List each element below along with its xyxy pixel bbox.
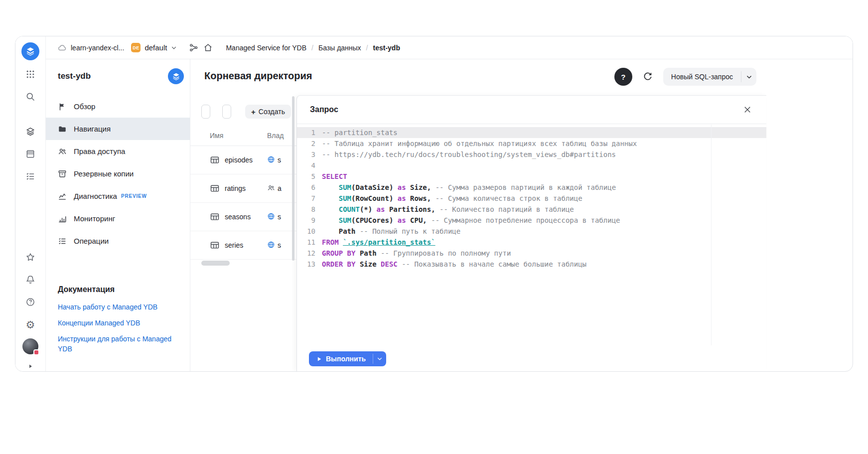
sidebar-item-права доступа[interactable]: Права доступа <box>46 140 190 162</box>
run-button-label: Выполнить <box>326 355 366 363</box>
favorites-button[interactable] <box>15 252 45 263</box>
storage-box-icon <box>25 149 35 159</box>
code-line[interactable]: 4 <box>297 160 766 171</box>
services-graph-button[interactable] <box>189 43 198 52</box>
code-line[interactable]: 5SELECT <box>297 171 766 182</box>
avatar-status-badge <box>33 349 39 355</box>
run-query-button[interactable]: Выполнить <box>309 351 386 366</box>
plus-icon: + <box>251 108 256 116</box>
code-line[interactable]: 11FROM `.sys/partition_stats` <box>297 237 766 248</box>
code-line[interactable]: 13ORDER BY Size DESC -- Показывать в нач… <box>297 259 766 270</box>
table-icon <box>210 183 220 193</box>
page-title: Корневая директория <box>204 70 312 82</box>
web-icon <box>267 241 275 250</box>
folder-badge: DE <box>131 43 141 52</box>
db-sidebar: test-ydb ОбзорНавигацияПрава доступаРезе… <box>46 59 190 371</box>
line-number: 8 <box>297 204 322 215</box>
help-circle-icon <box>25 297 35 307</box>
line-number: 9 <box>297 215 322 226</box>
code-line[interactable]: 2-- Таблица хранит информацию об отдельн… <box>297 138 766 149</box>
docs-section: Документация Начать работу с Managed YDB… <box>46 285 190 354</box>
code-line[interactable]: 1-- partition_stats <box>297 127 766 138</box>
help-button[interactable]: ? <box>614 68 632 86</box>
breadcrumb-databases[interactable]: Базы данных <box>318 44 361 52</box>
sql-editor[interactable]: 1-- partition_stats2-- Таблица хранит ин… <box>297 125 766 345</box>
folder-selector[interactable]: DE default <box>131 43 177 52</box>
vertical-scrollbar[interactable] <box>292 96 294 261</box>
line-number: 3 <box>297 149 322 160</box>
new-sql-query-button[interactable]: Новый SQL-запрос <box>663 68 756 86</box>
cloud-selector[interactable]: learn-yandex-cl... <box>58 43 124 52</box>
line-number: 1 <box>297 127 322 138</box>
apps-grid-button[interactable] <box>15 69 45 79</box>
storage-button[interactable] <box>15 149 45 159</box>
settings-button[interactable]: ⚙ <box>15 319 45 330</box>
table-row-ratings[interactable]: ratingsa <box>190 174 296 203</box>
table-name: ratings <box>225 184 246 192</box>
line-number: 13 <box>297 259 322 270</box>
code-line[interactable]: 6 SUM(DataSize) as Size, -- Сумма размер… <box>297 182 766 193</box>
sidebar-item-навигация[interactable]: Навигация <box>46 118 190 140</box>
sidebar-item-диагностика[interactable]: ДиагностикаPREVIEW <box>46 185 190 207</box>
doc-link[interactable]: Концепции Managed YDB <box>58 318 178 328</box>
account-button[interactable] <box>15 338 45 354</box>
code-line[interactable]: 7 SUM(RowCount) as Rows, -- Сумма количе… <box>297 193 766 204</box>
service-rail: ⚙ <box>15 36 46 371</box>
sidebar-item-операции[interactable]: Операции <box>46 230 190 252</box>
owner-cell: s <box>267 146 293 174</box>
expand-arrow-icon <box>27 363 33 369</box>
rail-expand-button[interactable] <box>15 362 45 370</box>
new-sql-query-caret[interactable] <box>741 68 756 86</box>
web-icon <box>267 212 275 222</box>
table-row-episodes[interactable]: episodess <box>190 146 296 174</box>
ydb-logo-button[interactable] <box>15 42 45 60</box>
code-line[interactable]: 8 COUNT(*) as Partitions, -- Количество … <box>297 204 766 215</box>
monitoring-icon <box>58 214 67 223</box>
doc-link[interactable]: Начать работу с Managed YDB <box>58 302 178 312</box>
users-icon <box>58 147 67 156</box>
home-icon <box>203 43 213 52</box>
line-number: 12 <box>297 248 322 259</box>
sidebar-menu: ОбзорНавигацияПрава доступаРезервные коп… <box>46 95 190 252</box>
table-name: episodes <box>225 156 253 164</box>
browser-tool-button-1[interactable] <box>201 105 210 119</box>
sidebar-item-label: Операции <box>74 237 109 245</box>
code-line[interactable]: 3-- https://ydb.tech/ru/docs/troubleshoo… <box>297 149 766 160</box>
home-button[interactable] <box>203 43 213 52</box>
support-button[interactable] <box>15 297 45 307</box>
code-line[interactable]: 12GROUP BY Path -- Группировать по полно… <box>297 248 766 259</box>
breadcrumb: Managed Service for YDB / Базы данных / … <box>226 44 400 52</box>
code-text: -- partition_stats <box>322 127 766 138</box>
run-options-caret[interactable] <box>373 351 386 366</box>
refresh-button[interactable] <box>641 70 655 84</box>
web-icon <box>267 155 275 165</box>
owner-name: s <box>278 156 281 164</box>
search-button[interactable] <box>15 92 45 102</box>
code-line[interactable]: 10 Path -- Полный путь к таблице <box>297 226 766 237</box>
close-query-panel-button[interactable] <box>741 104 753 116</box>
ydb-service-button[interactable] <box>15 127 45 137</box>
ydb-db-logo-icon <box>168 68 184 84</box>
browser-tool-button-2[interactable] <box>222 105 231 119</box>
code-text <box>322 160 766 171</box>
operations-icon <box>58 237 67 246</box>
chevron-down-icon <box>171 45 177 51</box>
tasks-button[interactable] <box>15 171 45 181</box>
owner-cell: a <box>267 174 293 202</box>
table-row-series[interactable]: seriess <box>190 231 296 260</box>
sidebar-item-резервные копии[interactable]: Резервные копии <box>46 162 190 185</box>
doc-link[interactable]: Инструкции для работы с Managed YDB <box>58 334 178 354</box>
sidebar-item-обзор[interactable]: Обзор <box>46 95 190 118</box>
breadcrumb-service[interactable]: Managed Service for YDB <box>226 44 306 52</box>
code-line[interactable]: 9 SUM(CPUCores) as CPU, -- Суммарное пот… <box>297 215 766 226</box>
table-row-seasons[interactable]: seasonss <box>190 203 296 231</box>
notifications-button[interactable] <box>15 274 45 285</box>
ydb-logo-icon <box>21 42 39 60</box>
sidebar-item-мониторинг[interactable]: Мониторинг <box>46 207 190 230</box>
code-text: -- https://ydb.tech/ru/docs/troubleshoot… <box>322 149 766 160</box>
horizontal-scrollbar[interactable] <box>201 261 230 266</box>
sidebar-item-label: Резервные копии <box>74 169 134 178</box>
cloud-icon <box>58 43 67 52</box>
create-button[interactable]: + Создать <box>245 105 291 119</box>
code-text: FROM `.sys/partition_stats` <box>322 237 766 248</box>
